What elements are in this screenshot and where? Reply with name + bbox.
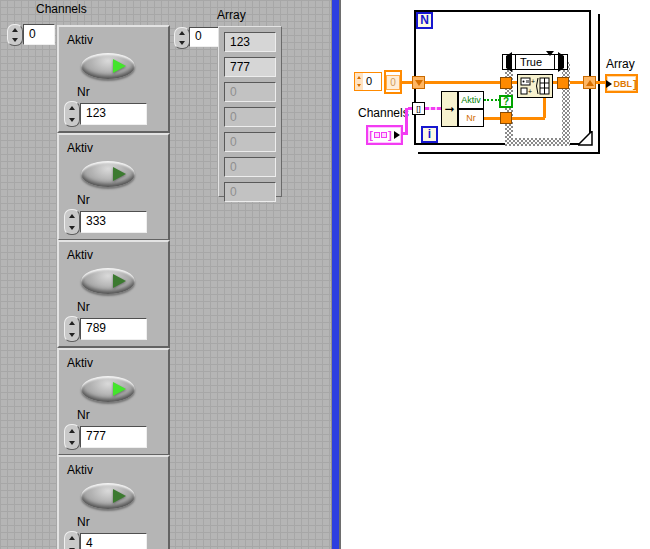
array-element: 0 xyxy=(224,157,276,177)
increment-icon[interactable] xyxy=(69,536,75,540)
insert-into-array-icon: + + xyxy=(520,77,550,95)
channel-cluster: Aktiv Nr 777 xyxy=(57,348,170,456)
wire-case-inner-3 xyxy=(543,98,546,118)
increment-icon[interactable] xyxy=(12,28,18,32)
nr-spinner[interactable] xyxy=(64,209,80,235)
nr-spinner[interactable] xyxy=(64,424,80,450)
auto-index-tunnel[interactable]: [] xyxy=(412,102,425,115)
numeric-constant-value[interactable]: 0 xyxy=(363,73,381,90)
aktiv-label: Aktiv xyxy=(67,356,93,370)
array-terminal-label: Array xyxy=(606,57,635,71)
nr-spinner[interactable] xyxy=(64,101,80,127)
green-arrow-icon xyxy=(113,59,126,73)
nr-spinner[interactable] xyxy=(64,316,80,342)
increment-icon[interactable] xyxy=(357,76,361,79)
cluster-glyph-icon xyxy=(374,132,380,138)
increment-icon[interactable] xyxy=(69,106,75,110)
nr-label: Nr xyxy=(77,300,90,314)
channels-index-value[interactable]: 0 xyxy=(23,24,55,45)
green-arrow-icon xyxy=(113,167,126,181)
loop-iteration-terminal[interactable]: i xyxy=(421,126,438,143)
labview-window: Channels 0 Aktiv Nr 123 Aktiv Nr 333 Akt… xyxy=(0,0,650,549)
arrow-right-icon: ➞ xyxy=(444,102,454,116)
case-tunnel-in[interactable] xyxy=(500,77,512,89)
channels-terminal-label: Channels xyxy=(358,106,409,120)
nr-value[interactable]: 123 xyxy=(80,103,147,125)
decrement-icon[interactable] xyxy=(69,333,75,337)
aktiv-button[interactable] xyxy=(81,161,135,187)
bracket-right: ] xyxy=(388,129,392,141)
bracket-right: ] xyxy=(633,78,637,90)
aktiv-label: Aktiv xyxy=(67,33,93,47)
nr-value[interactable]: 333 xyxy=(80,211,147,233)
array-constant-element[interactable]: 0 xyxy=(386,75,400,90)
nr-value[interactable]: 789 xyxy=(80,318,147,340)
next-case-icon[interactable] xyxy=(555,56,567,68)
decrement-icon[interactable] xyxy=(69,441,75,445)
pane-divider-shadow xyxy=(339,0,341,549)
increment-icon[interactable] xyxy=(179,31,185,35)
channel-cluster: Aktiv Nr 123 xyxy=(57,25,170,133)
insert-into-array-node[interactable]: + + xyxy=(517,74,553,98)
aktiv-button[interactable] xyxy=(81,53,135,79)
nr-label: Nr xyxy=(77,515,90,529)
channels-terminal[interactable]: [ ] xyxy=(366,125,403,145)
unbundle-field-aktiv[interactable]: Aktiv xyxy=(458,91,484,109)
array-element: 123 xyxy=(224,32,276,52)
aktiv-button[interactable] xyxy=(81,376,135,402)
aktiv-label: Aktiv xyxy=(67,463,93,477)
wire-channels-2 xyxy=(405,108,408,135)
case-boolean-selector-tunnel[interactable]: ? xyxy=(499,95,513,108)
numeric-constant[interactable]: 0 xyxy=(354,72,382,91)
bracket-left: [ xyxy=(369,129,373,141)
array-elements: 123 777 0 0 0 0 0 xyxy=(218,26,282,197)
decrement-icon[interactable] xyxy=(69,118,75,122)
pane-splitter[interactable] xyxy=(332,0,339,549)
green-arrow-icon xyxy=(113,274,126,288)
terminal-output-arrow-icon xyxy=(394,131,400,139)
array-index-spinner[interactable] xyxy=(174,27,190,49)
decrement-icon[interactable] xyxy=(12,38,18,42)
array-constant[interactable]: 0 xyxy=(384,70,402,94)
nr-label: Nr xyxy=(77,193,90,207)
wire-case-inner-2 xyxy=(512,117,545,120)
decrement-icon[interactable] xyxy=(69,226,75,230)
case-tunnel-nr[interactable] xyxy=(500,112,512,124)
array-index-value[interactable]: 0 xyxy=(189,27,220,47)
decrement-icon[interactable] xyxy=(357,84,361,87)
terminal-input-arrow-icon xyxy=(606,80,612,88)
array-terminal[interactable]: DBL ] xyxy=(605,74,638,93)
nr-label: Nr xyxy=(77,408,90,422)
wire-boolean xyxy=(484,99,500,101)
shift-register-left[interactable] xyxy=(412,76,425,89)
previous-case-icon[interactable] xyxy=(503,56,515,68)
array-label: Array xyxy=(217,8,246,22)
green-arrow-icon xyxy=(113,489,126,503)
unbundle-node[interactable]: ➞ xyxy=(441,91,458,127)
aktiv-label: Aktiv xyxy=(67,141,93,155)
aktiv-button[interactable] xyxy=(81,268,135,294)
wire-channels-4 xyxy=(425,107,441,110)
constant-spinner[interactable] xyxy=(355,73,363,90)
case-dropdown-icon[interactable] xyxy=(546,56,554,68)
decrement-icon[interactable] xyxy=(179,41,185,45)
increment-icon[interactable] xyxy=(69,214,75,218)
increment-icon[interactable] xyxy=(69,321,75,325)
case-selector-bar: True xyxy=(502,54,568,70)
nr-spinner[interactable] xyxy=(64,531,80,549)
channels-index-spinner[interactable] xyxy=(7,24,23,46)
loop-count-terminal[interactable]: N xyxy=(416,12,433,29)
shift-register-right[interactable] xyxy=(583,76,596,89)
cluster-glyph-icon xyxy=(381,132,387,138)
unbundle-field-nr[interactable]: Nr xyxy=(458,109,484,127)
nr-value[interactable]: 777 xyxy=(80,426,147,448)
increment-icon[interactable] xyxy=(69,429,75,433)
shift-register-down-icon xyxy=(415,80,423,86)
nr-value[interactable]: 4 xyxy=(80,533,147,549)
terminal-type-text: DBL xyxy=(613,79,632,89)
case-selector-value[interactable]: True xyxy=(516,56,546,68)
channel-cluster: Aktiv Nr 789 xyxy=(57,240,170,348)
case-tunnel-out[interactable] xyxy=(557,77,569,89)
wire-case-inner-4 xyxy=(553,81,557,84)
aktiv-button[interactable] xyxy=(81,483,135,509)
